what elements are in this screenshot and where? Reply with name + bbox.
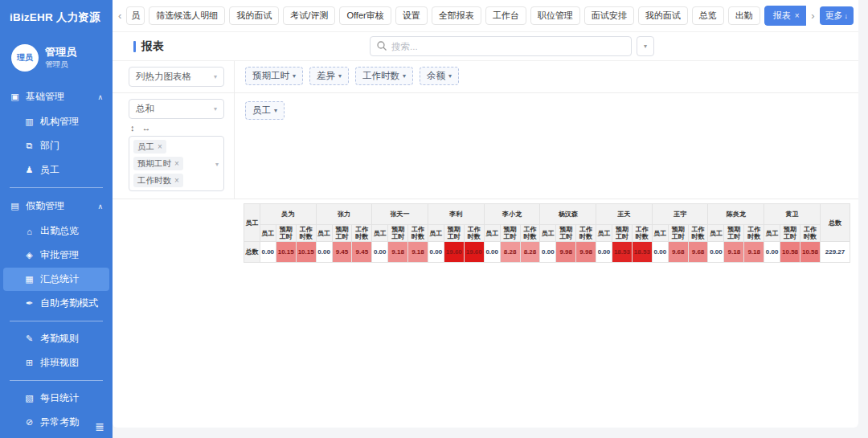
- vertical-sort-icon[interactable]: ↕: [130, 123, 135, 133]
- sub-header: 员工: [260, 225, 276, 242]
- sidebar-item-daily-statistics[interactable]: ▧每日统计: [3, 387, 109, 410]
- sidebar-item-attendance-overview[interactable]: ⌂出勤总览: [3, 219, 109, 243]
- sub-header: 员工: [596, 225, 612, 242]
- employee-name-header: 王天: [596, 204, 653, 225]
- grand-total-cell: 229.27: [820, 242, 850, 263]
- sub-header: 工作时数: [632, 225, 652, 242]
- sub-header: 工作时数: [576, 225, 596, 242]
- tab-exam-evaluation[interactable]: 考试/评测: [283, 6, 335, 25]
- department-icon: ⧉: [24, 141, 35, 151]
- chevron-up-icon: ∧: [97, 203, 103, 211]
- tab-overview[interactable]: 总览: [692, 6, 724, 25]
- sidebar-item-department[interactable]: ⧉部门: [3, 134, 109, 158]
- measure-pill[interactable]: 预期工时▾: [245, 67, 303, 85]
- more-tabs-button[interactable]: 更多↓: [820, 6, 854, 25]
- field-tag: 员工×: [133, 140, 166, 154]
- tabs-scroll-right-icon[interactable]: ›: [810, 10, 815, 22]
- sub-header: 员工: [484, 225, 500, 242]
- employee-name-header: 杨汉森: [540, 204, 596, 225]
- attendance-card-icon: ▤: [10, 201, 20, 211]
- user-name: 管理员: [45, 46, 76, 59]
- row-pill[interactable]: 员工▾: [245, 101, 285, 120]
- tab-partial-tab[interactable]: 员: [126, 6, 145, 25]
- sidebar-item-monthly-summary[interactable]: ▟月度汇总: [3, 435, 109, 438]
- abnormal-attendance-icon: ⊘: [24, 417, 35, 428]
- search-dropdown-button[interactable]: ▾: [637, 36, 654, 56]
- caret-down-icon: ▾: [448, 72, 452, 80]
- avatar: 理员: [11, 44, 39, 72]
- sub-header: 员工: [764, 225, 780, 242]
- tab-workbench[interactable]: 工作台: [485, 6, 526, 25]
- user-role: 管理员: [45, 59, 76, 70]
- heat-cell: 10.15: [276, 242, 296, 263]
- sub-header: 工作时数: [352, 225, 372, 242]
- sub-header: 预期工时: [444, 225, 464, 242]
- horizontal-sort-icon[interactable]: ↔: [142, 123, 151, 133]
- heat-cell: 0.00: [484, 242, 500, 263]
- sidebar-item-self-attendance-mode[interactable]: ✒自助考勤模式: [3, 292, 109, 315]
- tab-report[interactable]: 报表×: [764, 6, 806, 26]
- sidebar-item-abnormal-attendance[interactable]: ⊘异常考勤: [3, 411, 109, 434]
- tab-position-management[interactable]: 职位管理: [530, 6, 580, 25]
- heat-cell: 9.45: [332, 242, 352, 263]
- sub-header: 工作时数: [296, 225, 316, 242]
- employee-name-header: 吴为: [260, 204, 316, 225]
- heat-cell: 0.00: [764, 242, 780, 263]
- caret-down-icon: ▾: [338, 72, 342, 80]
- close-icon[interactable]: ×: [174, 176, 179, 185]
- sidebar-item-employee[interactable]: ♟员工: [3, 158, 109, 182]
- sub-header: 员工: [652, 225, 668, 242]
- employee-name-header: 李利: [428, 204, 484, 225]
- total-column-header: 总数: [820, 204, 850, 242]
- sub-header: 预期工时: [500, 225, 520, 242]
- person-icon: ♟: [24, 165, 35, 175]
- sidebar-section-basic-management[interactable]: ▣基础管理∧: [0, 84, 113, 109]
- sidebar-item-summary-statistics[interactable]: ▦汇总统计: [3, 268, 109, 291]
- heat-cell: 8.28: [500, 242, 520, 263]
- heat-cell: 9.45: [352, 242, 372, 263]
- heat-cell: 9.98: [556, 242, 576, 263]
- sidebar-collapse-icon[interactable]: ≣: [95, 420, 104, 433]
- measure-pill[interactable]: 差异▾: [309, 67, 349, 85]
- tab-offer-review[interactable]: Offer审核: [339, 6, 391, 25]
- search-area: ▾: [370, 36, 654, 56]
- tab-my-interview-1[interactable]: 我的面试: [229, 6, 279, 25]
- sub-header: 员工: [708, 225, 724, 242]
- arrow-down-icon: ↓: [845, 12, 849, 20]
- tab-my-interview-2[interactable]: 我的面试: [638, 6, 688, 25]
- page-title: 报表: [141, 39, 164, 54]
- sidebar-item-schedule-view[interactable]: ⊞排班视图: [3, 351, 109, 375]
- employee-name-header: 李小龙: [484, 204, 540, 225]
- tab-all-reports[interactable]: 全部报表: [432, 6, 481, 25]
- user-profile[interactable]: 理员 管理员 管理员: [0, 33, 113, 84]
- caret-down-icon: ▾: [403, 72, 406, 80]
- field-tags-box[interactable]: 员工×预期工时×工作时数×▾: [129, 136, 224, 191]
- sidebar-item-attendance-rules[interactable]: ✎考勤规则: [3, 327, 109, 350]
- tabs-scroll-left-icon[interactable]: ‹: [117, 10, 122, 22]
- sidebar: iBizEHR 人力资源 理员 管理员 管理员 ▣基础管理∧▥机构管理⧉部门♟员…: [0, 0, 113, 438]
- tab-attendance[interactable]: 出勤: [728, 6, 760, 25]
- tab-interview-schedule[interactable]: 面试安排: [584, 6, 634, 25]
- tab-settings[interactable]: 设置: [395, 6, 428, 25]
- chart-type-select[interactable]: 列热力图表格 ▾: [129, 67, 224, 87]
- sidebar-item-org-management[interactable]: ▥机构管理: [3, 110, 109, 133]
- aggregation-select[interactable]: 总和 ▾: [129, 99, 224, 119]
- tab-filter-candidates[interactable]: 筛选候选人明细: [149, 6, 225, 25]
- search-input[interactable]: [370, 36, 632, 56]
- measure-pill[interactable]: 余额▾: [420, 67, 459, 85]
- chevron-down-icon[interactable]: ▾: [215, 160, 219, 167]
- table-header-row: 员工吴为张力张天一李利李小龙杨汉森王天王宇陈炎龙黄卫总数: [244, 204, 850, 225]
- sidebar-section-leave-management[interactable]: ▤假勤管理∧: [0, 194, 113, 219]
- close-icon[interactable]: ×: [795, 11, 800, 20]
- measure-pill[interactable]: 工作时数▾: [355, 67, 413, 85]
- sidebar-item-approval-management[interactable]: ◈审批管理: [3, 244, 109, 267]
- heat-cell: 10.15: [296, 242, 316, 263]
- sub-header: 员工: [316, 225, 332, 242]
- chevron-down-icon: ▾: [214, 73, 217, 80]
- field-tag: 预期工时×: [133, 157, 183, 170]
- divider: [10, 321, 103, 321]
- close-icon[interactable]: ×: [158, 142, 162, 151]
- close-icon[interactable]: ×: [174, 159, 179, 168]
- main-panel: ‹ 员筛选候选人明细我的面试考试/评测Offer审核设置全部报表工作台职位管理面…: [113, 0, 858, 428]
- sub-header: 员工: [540, 225, 556, 242]
